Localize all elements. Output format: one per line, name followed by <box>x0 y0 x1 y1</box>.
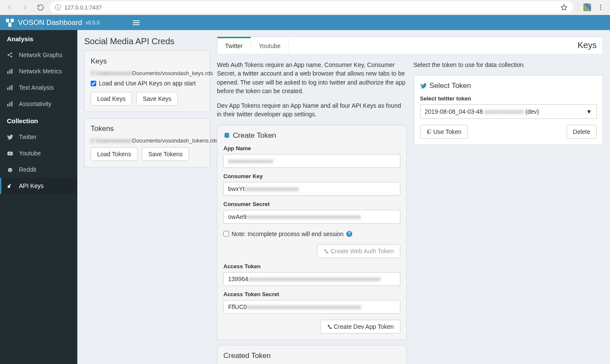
load-keys-checkbox-input[interactable] <box>91 81 96 86</box>
created-token-header: Created Token <box>223 352 271 360</box>
svg-rect-5 <box>11 18 14 21</box>
tab-twitter[interactable]: Twitter <box>217 37 251 54</box>
svg-rect-4 <box>6 18 9 21</box>
browser-back-button[interactable] <box>3 1 15 13</box>
use-token-button[interactable]: Use Token <box>420 125 468 139</box>
twitter-icon <box>420 82 427 89</box>
tab-youtube[interactable]: Youtube <box>251 38 289 54</box>
reddit-icon <box>7 167 14 173</box>
url-text: 127.0.0.1:7437 <box>64 4 102 11</box>
sidebar-toggle-button[interactable] <box>127 15 146 30</box>
sidebar-item-label: Assortativity <box>19 100 51 107</box>
browser-url-bar[interactable]: i 127.0.0.1:7437 <box>50 1 573 13</box>
svg-line-8 <box>10 22 12 24</box>
database-icon <box>223 132 230 139</box>
access-secret-label: Access Token Secret <box>223 291 400 297</box>
bar-chart-icon <box>7 68 14 74</box>
sidebar-item-label: Network Metrics <box>19 68 62 75</box>
select-hint: Select the token to use for data collect… <box>414 61 604 69</box>
sidebar-item-label: Network Graphs <box>19 52 62 58</box>
consumer-secret-label: Consumer Secret <box>223 201 400 207</box>
svg-rect-23 <box>7 104 8 106</box>
tabs: Twitter Youtube Keys <box>217 36 603 54</box>
access-token-input[interactable]: 139964xxxxxxxxxxxxxxxxxxxxxxxxxxxxxxxxxx… <box>223 272 400 286</box>
sidebar-header-collection: Collection <box>0 112 77 129</box>
app-name-input[interactable]: xxxxxxxxxxxxxxx <box>223 154 400 168</box>
sidebar-item-assortativity[interactable]: Assortativity <box>0 96 77 112</box>
save-tokens-button[interactable]: Save Tokens <box>142 147 189 161</box>
profile-avatar[interactable] <box>583 3 591 11</box>
load-keys-button[interactable]: Load Keys <box>91 92 132 106</box>
svg-rect-22 <box>12 85 12 90</box>
sidebar-item-reddit[interactable]: Reddit <box>0 161 77 178</box>
load-keys-checkbox[interactable]: Load and Use API Keys on app start <box>91 80 204 87</box>
chevron-down-icon: ▼ <box>586 108 592 115</box>
svg-line-16 <box>9 55 11 56</box>
browser-forward-button[interactable] <box>19 1 31 13</box>
browser-menu-button[interactable] <box>595 1 607 13</box>
sidebar-item-api-keys[interactable]: API Keys <box>0 178 77 194</box>
keys-label: Keys <box>572 37 603 54</box>
load-tokens-button[interactable]: Load Tokens <box>91 147 137 161</box>
svg-rect-25 <box>12 101 12 106</box>
keys-header: Keys <box>91 57 204 66</box>
note-text: Note: Incomplete process will end sessio… <box>232 231 344 237</box>
sidebar-item-label: API Keys <box>19 182 44 189</box>
info-icon: i <box>55 4 61 10</box>
twitter-desc-2: Dev App Tokens require an App Name and a… <box>217 101 407 119</box>
note-checkbox[interactable] <box>223 231 229 237</box>
key-icon <box>7 183 14 189</box>
page-title: Social Media API Creds <box>84 36 210 46</box>
sidebar-item-label: Reddit <box>19 166 36 173</box>
svg-point-30 <box>11 169 12 170</box>
sidebar-item-youtube[interactable]: Youtube <box>0 145 77 161</box>
keys-path: C:\Users\xxxxxx\Documents/vosondash_keys… <box>91 70 204 76</box>
svg-point-35 <box>328 325 329 327</box>
svg-line-7 <box>8 22 10 24</box>
app-version: v0.5.0 <box>85 20 100 26</box>
delete-token-button[interactable]: Delete <box>567 125 597 139</box>
create-dev-app-button[interactable]: Create Dev App Token <box>320 320 400 334</box>
svg-point-12 <box>11 52 12 54</box>
youtube-icon <box>7 150 14 157</box>
bar-chart-icon <box>7 101 14 107</box>
consumer-key-input[interactable]: bwxYtxxxxxxxxxxxxxxxxxx <box>223 182 400 196</box>
svg-point-14 <box>11 56 12 58</box>
tokens-path: C:\Users\xxxxxx\Documents/vosondash_toke… <box>91 137 204 144</box>
access-token-label: Access Token <box>223 263 400 270</box>
access-secret-input[interactable]: FflUC0xxxxxxxxxxxxxxxxxxxxxxxxxxxxxxxxxx… <box>223 300 400 314</box>
svg-point-1 <box>600 5 601 6</box>
sidebar-header-analysis: Analysis <box>0 30 77 47</box>
tokens-box: Tokens C:\Users\xxxxxx\Documents/vosonda… <box>84 118 210 167</box>
sidebar-item-twitter[interactable]: Twitter <box>0 129 77 145</box>
svg-point-34 <box>324 249 326 251</box>
sidebar-item-label: Text Analysis <box>19 84 54 91</box>
browser-chrome: i 127.0.0.1:7437 <box>0 0 610 15</box>
sidebar-item-label: Twitter <box>19 133 37 140</box>
create-web-auth-button[interactable]: Create Web Auth Token <box>317 244 400 258</box>
sidebar-item-network-graphs[interactable]: Network Graphs <box>0 47 77 63</box>
svg-rect-19 <box>12 69 12 74</box>
save-keys-button[interactable]: Save Keys <box>136 92 178 106</box>
sidebar-item-text-analysis[interactable]: Text Analysis <box>0 79 77 96</box>
keys-box: Keys C:\Users\xxxxxx\Documents/vosondash… <box>84 51 210 112</box>
twitter-icon <box>7 134 14 140</box>
share-icon <box>7 52 14 58</box>
created-token-panel: Created Token <box>217 345 407 364</box>
svg-rect-37 <box>428 130 431 133</box>
help-icon[interactable]: ? <box>346 231 352 237</box>
svg-point-28 <box>8 168 12 172</box>
select-token-label: Select twitter token <box>420 95 597 102</box>
sidebar-item-label: Youtube <box>19 150 41 157</box>
consumer-key-label: Consumer Key <box>223 173 400 179</box>
token-dropdown[interactable]: 2019-08-08_04-03-48 xxxxxxxxxxxxx (dev) … <box>420 104 597 119</box>
browser-reload-button[interactable] <box>34 1 46 13</box>
consumer-secret-input[interactable]: owAe9xxxxxxxxxxxxxxxxxxxxxxxxxxxxxxxxxxx… <box>223 210 400 224</box>
star-icon[interactable] <box>561 4 567 11</box>
sidebar-item-network-metrics[interactable]: Network Metrics <box>0 63 77 79</box>
svg-point-3 <box>600 9 601 10</box>
svg-point-31 <box>8 185 10 188</box>
svg-rect-24 <box>9 103 10 106</box>
select-token-panel: Select Token Select twitter token 2019-0… <box>414 75 604 145</box>
twitter-desc-1: Web Auth Tokens require an App name, Con… <box>217 61 407 95</box>
